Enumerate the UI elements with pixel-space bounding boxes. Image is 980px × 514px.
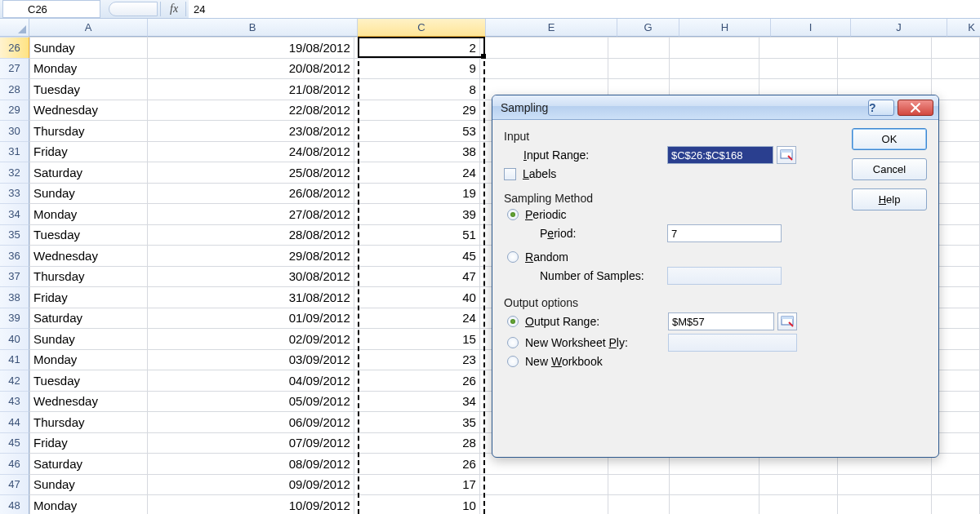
row-header-26[interactable]: 26 [0, 37, 29, 58]
row-header-27[interactable]: 27 [0, 58, 29, 79]
cell[interactable] [608, 474, 669, 495]
cell[interactable] [837, 58, 932, 79]
row-header-42[interactable]: 42 [0, 370, 29, 391]
cell[interactable] [932, 454, 980, 475]
cell[interactable]: Monday [30, 204, 148, 225]
cell[interactable]: 03/09/2012 [147, 349, 354, 370]
output-range-ref-button[interactable] [777, 312, 797, 330]
cell[interactable]: 30/08/2012 [147, 266, 354, 287]
select-all-corner[interactable] [0, 19, 29, 37]
cell[interactable]: 04/09/2012 [147, 370, 354, 392]
input-range-ref-button[interactable] [777, 146, 796, 164]
cell[interactable]: 02/09/2012 [147, 329, 354, 350]
row-header-46[interactable]: 46 [0, 453, 29, 474]
cell[interactable]: 21/08/2012 [147, 79, 354, 100]
cell[interactable] [669, 38, 759, 59]
column-header-H[interactable]: H [679, 19, 771, 37]
row-header-33[interactable]: 33 [0, 183, 29, 204]
random-radio[interactable] [507, 251, 519, 263]
row-header-32[interactable]: 32 [0, 162, 29, 183]
cell[interactable]: 8 [354, 79, 479, 100]
column-header-K[interactable]: K [947, 19, 980, 37]
cell[interactable] [608, 58, 669, 79]
cell[interactable]: 25/08/2012 [147, 162, 354, 184]
cell[interactable] [608, 495, 669, 515]
cell[interactable]: Tuesday [30, 224, 148, 246]
dialog-help-button[interactable]: ? [868, 100, 894, 116]
cell[interactable]: 05/09/2012 [147, 391, 354, 412]
cell[interactable]: Sunday [30, 329, 148, 350]
cell[interactable]: Saturday [30, 308, 148, 329]
cell[interactable]: 23/08/2012 [147, 121, 354, 142]
cell[interactable]: 26 [354, 454, 479, 475]
cell[interactable]: 01/09/2012 [147, 308, 354, 329]
column-header-J[interactable]: J [851, 19, 947, 37]
row-header-38[interactable]: 38 [0, 286, 29, 308]
output-range-radio[interactable] [507, 316, 519, 327]
cell[interactable]: Sunday [30, 38, 148, 59]
cell[interactable]: Friday [30, 432, 148, 454]
cell[interactable]: Saturday [30, 162, 148, 184]
dialog-close-button[interactable] [898, 100, 933, 116]
cell[interactable] [759, 474, 837, 495]
row-header-40[interactable]: 40 [0, 328, 29, 349]
row-header-35[interactable]: 35 [0, 224, 29, 246]
cell[interactable] [932, 58, 980, 79]
cell[interactable] [479, 58, 608, 79]
cell[interactable] [932, 79, 980, 100]
cell[interactable]: 20/08/2012 [147, 58, 354, 79]
cell[interactable] [669, 495, 759, 515]
cell[interactable]: 19/08/2012 [147, 38, 354, 59]
row-header-44[interactable]: 44 [0, 411, 29, 432]
cell[interactable]: Friday [30, 141, 148, 162]
cell[interactable]: Wednesday [30, 391, 148, 412]
cell[interactable] [837, 474, 932, 495]
cell[interactable]: Wednesday [30, 246, 148, 267]
cell[interactable]: 24 [354, 162, 479, 184]
cell[interactable] [479, 38, 608, 59]
cell[interactable]: 45 [354, 246, 479, 267]
cell[interactable]: 17 [354, 474, 479, 495]
cell[interactable]: 35 [354, 412, 479, 433]
new-worksheet-ply-radio[interactable] [507, 337, 519, 348]
cell[interactable]: 28 [354, 432, 479, 454]
cell[interactable]: 06/09/2012 [147, 412, 354, 433]
cell[interactable] [759, 58, 837, 79]
cell[interactable]: 9 [354, 58, 479, 79]
cell[interactable]: Thursday [30, 121, 148, 142]
cell[interactable]: 34 [354, 391, 479, 412]
cell[interactable]: 24/08/2012 [147, 141, 354, 162]
row-header-47[interactable]: 47 [0, 474, 29, 495]
cell[interactable]: Sunday [30, 183, 148, 204]
row-header-34[interactable]: 34 [0, 203, 29, 224]
row-header-45[interactable]: 45 [0, 432, 29, 454]
cell[interactable]: Saturday [30, 454, 148, 475]
cell[interactable]: Sunday [30, 474, 148, 495]
cell[interactable]: 51 [354, 224, 479, 246]
cell[interactable]: Monday [30, 495, 148, 515]
cell[interactable]: Tuesday [30, 79, 148, 100]
cell[interactable] [837, 38, 932, 59]
cancel-button[interactable]: Cancel [852, 158, 927, 180]
row-header-39[interactable]: 39 [0, 308, 29, 329]
cell[interactable]: 26 [354, 370, 479, 392]
row-header-36[interactable]: 36 [0, 245, 29, 266]
row-header-48[interactable]: 48 [0, 494, 29, 514]
cell[interactable] [932, 38, 980, 59]
input-range-field[interactable]: $C$26:$C$168 [667, 146, 773, 164]
row-header-30[interactable]: 30 [0, 120, 29, 141]
column-header-I[interactable]: I [771, 19, 851, 37]
name-box[interactable]: C26 [2, 0, 100, 18]
cell[interactable]: 10 [354, 495, 479, 515]
cell[interactable]: 27/08/2012 [147, 204, 354, 225]
column-header-B[interactable]: B [148, 19, 358, 37]
cell[interactable]: 09/09/2012 [147, 474, 354, 495]
cell[interactable]: 31/08/2012 [147, 287, 354, 308]
row-header-29[interactable]: 29 [0, 100, 29, 121]
cell[interactable]: 19 [354, 183, 479, 204]
cell[interactable]: Thursday [30, 266, 148, 287]
row-header-31[interactable]: 31 [0, 141, 29, 162]
cell[interactable]: 22/08/2012 [147, 100, 354, 121]
cell[interactable]: 2 [354, 38, 479, 59]
cell[interactable]: Thursday [30, 412, 148, 433]
